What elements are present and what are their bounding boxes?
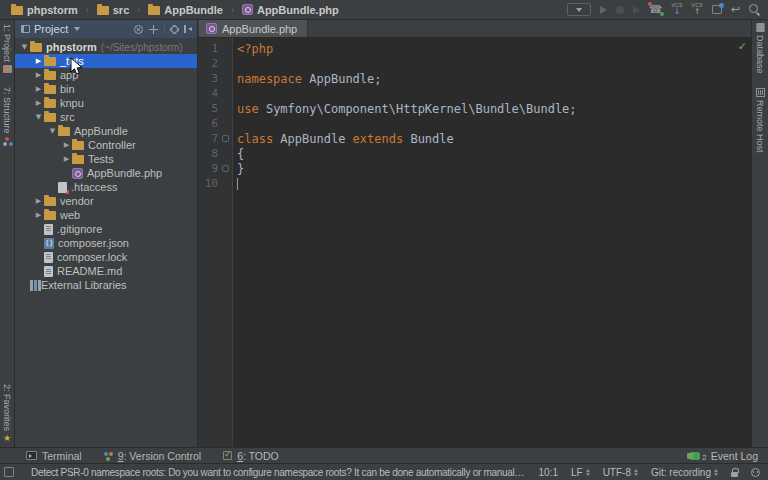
tree-item-bin[interactable]: ▶bin [15, 82, 197, 96]
breadcrumb-label: AppBundle [164, 4, 223, 16]
breadcrumb-label: phpstorm [27, 4, 78, 16]
tree-item-gitignore[interactable]: .gitignore [15, 222, 197, 236]
tree-item-composer-json[interactable]: composer.json [15, 236, 197, 250]
rerun-icon[interactable] [633, 6, 640, 14]
expand-arrow-icon[interactable]: ▶ [33, 57, 44, 65]
expand-arrow-icon[interactable]: ▶ [33, 211, 44, 219]
breadcrumb-item-src[interactable]: src [94, 3, 133, 17]
tree-item-app[interactable]: ▶app [15, 68, 197, 82]
tree-item-htaccess[interactable]: .htaccess [15, 180, 197, 194]
tree-item-label: Controller [88, 139, 136, 151]
expand-arrow-icon[interactable]: ▼ [19, 43, 30, 51]
folder-icon [30, 43, 42, 52]
debug-listener-icon[interactable]: ☎ [649, 4, 663, 15]
collapse-all-icon[interactable] [134, 25, 143, 34]
keyword-token: extends [353, 132, 404, 146]
breadcrumb-item-appbundle-php[interactable]: AppBundle.php [239, 3, 342, 17]
keyword-token: namespace [237, 72, 302, 86]
main-toolbar: ☎VCS↓VCS↑↩ [567, 3, 762, 16]
tool-button-1-project[interactable]: 1: Project [2, 24, 12, 73]
expand-arrow-icon[interactable]: ▶ [33, 197, 44, 205]
coverage-icon[interactable] [616, 6, 624, 14]
arrow-icon: ↓ [674, 8, 681, 16]
tool-button-9-version-control[interactable]: 9: Version Control [104, 450, 201, 462]
expand-arrow-icon[interactable]: ▼ [47, 127, 58, 135]
line-number: 10 [198, 177, 218, 190]
file-icon [44, 224, 53, 235]
tree-item-label: app [60, 69, 78, 81]
text-caret [237, 178, 238, 190]
breadcrumb-item-appbundle[interactable]: AppBundle [145, 3, 226, 17]
project-panel-icon [21, 25, 30, 33]
tool-button-remote-host[interactable]: Remote Host [755, 88, 765, 153]
run-config-dropdown[interactable] [567, 3, 591, 16]
git-branch-widget[interactable]: Git: recording [651, 467, 718, 478]
toggle-toolwindow-bars-icon[interactable] [4, 467, 14, 477]
tree-item-src[interactable]: ▼src [15, 110, 197, 124]
inspection-ok-icon: ✓ [738, 40, 747, 53]
tool-button-terminal[interactable]: Terminal [26, 450, 82, 462]
line-number: 1 [198, 42, 218, 55]
code-token: AppBundle; [302, 72, 381, 86]
tree-item-web[interactable]: ▶web [15, 208, 197, 222]
folder-icon [44, 197, 56, 206]
vcs-update-icon[interactable]: VCS↓ [671, 3, 682, 16]
tree-item-readme-md[interactable]: README.md [15, 264, 197, 278]
search-everywhere-icon[interactable] [749, 4, 760, 15]
tree-item-vendor[interactable]: ▶vendor [15, 194, 197, 208]
expand-arrow-icon[interactable]: ▶ [33, 85, 44, 93]
inspection-profile-icon[interactable] [751, 468, 760, 477]
tree-item-knpu[interactable]: ▶knpu [15, 96, 197, 110]
status-message[interactable]: Detect PSR-0 namespace roots: Do you wan… [31, 467, 525, 478]
vcs-commit-icon[interactable]: VCS↑ [692, 3, 703, 16]
caret-position-widget[interactable]: 10:1 [538, 467, 557, 478]
event-log-icon [690, 452, 700, 460]
breadcrumb-item-phpstorm[interactable]: phpstorm [8, 3, 81, 17]
chevron-updown-icon [634, 469, 638, 476]
tool-button-2-favorites[interactable]: 2: Favorites★ [2, 384, 12, 443]
htaccess-icon [58, 182, 67, 193]
rollback-icon[interactable]: ↩ [731, 5, 740, 15]
run-icon[interactable] [600, 6, 607, 14]
tool-button-6-todo[interactable]: 6: TODO [223, 450, 279, 462]
expand-arrow-icon[interactable]: ▼ [33, 113, 44, 121]
tree-item-external-libraries[interactable]: External Libraries [15, 278, 197, 292]
folder-icon [44, 57, 56, 66]
tree-item-tuts[interactable]: ▶_tuts [15, 54, 197, 68]
tree-item-controller[interactable]: ▶Controller [15, 138, 197, 152]
tree-item-label: Tests [88, 153, 114, 165]
file-icon [44, 252, 53, 263]
expand-arrow-icon[interactable]: ▶ [33, 71, 44, 79]
settings-icon[interactable] [171, 26, 178, 33]
expand-arrow-icon[interactable]: ▶ [33, 99, 44, 107]
tree-item-phpstorm[interactable]: ▼phpstorm(~/Sites/phpstorm) [15, 40, 197, 54]
line-separator-widget[interactable]: LF [571, 467, 590, 478]
hide-panel-icon[interactable] [184, 25, 192, 33]
tree-item-label: External Libraries [41, 279, 127, 291]
folder-icon [44, 211, 56, 220]
tool-button-7-structure[interactable]: 7: Structure [2, 87, 12, 146]
locate-icon[interactable] [149, 25, 158, 34]
editor-tab-bar: AppBundle.php [198, 20, 751, 38]
fold-marker-icon[interactable] [222, 135, 229, 142]
remote-host-icon [756, 88, 765, 97]
encoding-widget[interactable]: UTF-8 [603, 467, 638, 478]
tree-item-appbundle[interactable]: ▼AppBundle [15, 124, 197, 138]
tool-button-database[interactable]: Database [755, 23, 765, 74]
lock-icon[interactable] [731, 472, 738, 477]
project-view-dropdown[interactable] [74, 27, 80, 31]
fold-marker-icon[interactable] [222, 165, 229, 172]
tree-item-tests[interactable]: ▶Tests [15, 152, 197, 166]
tree-item-composer-lock[interactable]: composer.lock [15, 250, 197, 264]
breadcrumb-separator: › [85, 5, 90, 15]
tree-item-appbundle-php[interactable]: AppBundle.php [15, 166, 197, 180]
code-text [233, 177, 238, 191]
vcs-changes-icon[interactable] [712, 5, 722, 14]
event-log-label: Event Log [711, 450, 758, 462]
expand-arrow-icon[interactable]: ▶ [61, 141, 72, 149]
tab-appbundle-php[interactable]: AppBundle.php [199, 20, 308, 37]
expand-arrow-icon[interactable]: ▶ [61, 155, 72, 163]
code-editor[interactable]: 1<?php23namespace AppBundle;45use Symfon… [198, 38, 751, 447]
event-log-button[interactable]: 2Event Log [690, 449, 758, 462]
php-file-icon [206, 23, 217, 34]
